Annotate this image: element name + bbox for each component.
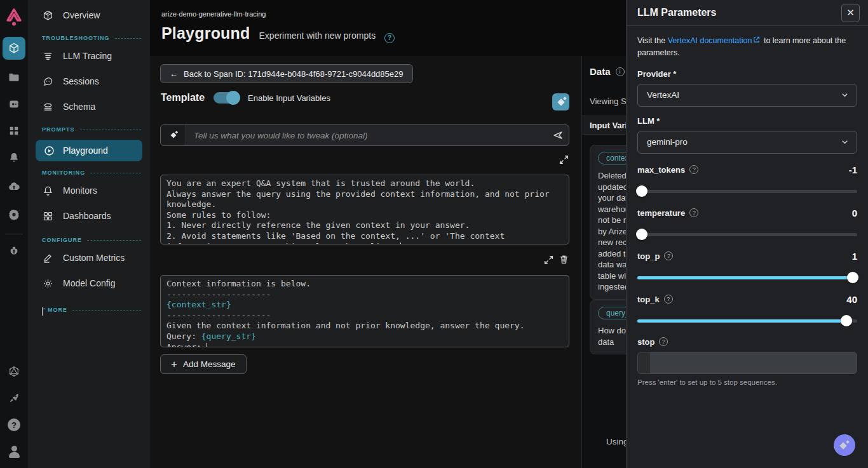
sidebar-item-schema[interactable]: Schema (28, 94, 150, 119)
user-template-textarea[interactable]: Context information is below.-----------… (160, 275, 569, 347)
sidebar-item-label: Playground (63, 145, 108, 156)
vertexai-doc-link[interactable]: VertexAI documentation (668, 36, 762, 45)
sidebar-item-label: Monitors (63, 185, 97, 196)
rail-item-apps[interactable] (3, 119, 25, 142)
top-p-slider[interactable] (637, 272, 857, 283)
max-tokens-slider[interactable] (637, 185, 857, 197)
provider-select[interactable]: VertexAI (637, 84, 857, 107)
viewing-span-label: Viewing S (590, 97, 627, 106)
sidebar-item-custom-metrics[interactable]: Custom Metrics (28, 245, 150, 271)
sidebar-item-dashboards[interactable]: Dashboards (28, 203, 150, 229)
trash-icon[interactable] (559, 254, 569, 265)
rail-item-space[interactable] (3, 37, 25, 60)
param-label: top_p (637, 251, 660, 261)
rail-item-help[interactable]: ? (3, 413, 25, 436)
sidebar-item-overview[interactable]: Overview (28, 4, 150, 27)
sidebar-item-playground[interactable]: Playground (36, 140, 142, 161)
sidebar: Overview TROUBLESHOOTING LLM Tracing Ses… (28, 0, 150, 468)
param-help-icon[interactable]: ? (664, 251, 673, 260)
llm-label: LLM * (637, 116, 857, 126)
rail-item-vault[interactable] (3, 93, 25, 116)
info-icon[interactable]: i (616, 67, 625, 76)
enable-input-variables-toggle[interactable] (214, 92, 239, 104)
ai-sparkle-button[interactable] (552, 93, 569, 110)
back-arrow-icon: ← (170, 69, 178, 79)
stop-input-caret-block (638, 352, 650, 373)
param-help-icon[interactable]: ? (659, 337, 668, 346)
icon-rail: ? (0, 0, 28, 468)
chat-bubble-icon (42, 76, 54, 88)
slider-thumb[interactable] (636, 229, 648, 240)
sidebar-item-label: Sessions (63, 76, 99, 86)
question-icon: ? (8, 418, 20, 431)
page-subtitle: Experiment with new prompts (259, 30, 376, 41)
add-message-button[interactable]: + Add Message (160, 354, 247, 374)
llm-select[interactable]: gemini-pro (637, 131, 857, 154)
monitor-bell-icon (42, 185, 54, 197)
gear-icon (8, 208, 20, 221)
param-top-p: top_p? 1 (637, 251, 857, 283)
sidebar-item-model-config[interactable]: Model Config (28, 271, 150, 296)
param-value: -1 (849, 164, 857, 175)
integration-icon (8, 244, 20, 257)
dashboards-icon (42, 210, 54, 222)
page-title: Playground (161, 24, 250, 43)
slider-thumb[interactable] (841, 315, 852, 326)
rail-item-settings[interactable] (3, 203, 25, 226)
param-label: max_tokens (637, 165, 685, 175)
close-button[interactable]: ✕ (841, 4, 860, 22)
rail-item-projects[interactable] (3, 66, 25, 89)
expand-icon[interactable] (559, 154, 569, 165)
rail-item-launch[interactable] (3, 387, 25, 410)
section-more[interactable]: ⌃ MORE (28, 305, 150, 315)
rail-item-account[interactable] (3, 440, 25, 463)
param-label: temperature (637, 208, 685, 218)
tweak-input[interactable] (186, 131, 547, 140)
copilot-fab-button[interactable] (834, 434, 855, 456)
rail-item-alerts[interactable] (3, 146, 25, 169)
sidebar-item-sessions[interactable]: Sessions (28, 69, 150, 94)
send-icon (553, 130, 563, 140)
param-label: top_k (637, 295, 660, 304)
top-k-slider[interactable] (637, 315, 857, 326)
param-help-icon[interactable]: ? (664, 295, 673, 304)
arize-logo-icon[interactable] (5, 8, 23, 28)
breadcrumb: arize-demo-generative-llm-tracing (161, 10, 266, 18)
help-icon[interactable]: ? (384, 33, 395, 43)
grid-icon (8, 124, 20, 137)
send-button[interactable] (547, 130, 569, 140)
rail-item-upload[interactable] (3, 175, 25, 198)
param-help-icon[interactable]: ? (689, 208, 698, 217)
llm-parameters-panel: LLM Parameters ✕ Visit the VertexAI docu… (626, 0, 868, 468)
back-to-span-button[interactable]: ← Back to Span ID: 171d944e-b048-4f68-97… (160, 64, 413, 83)
slider-thumb[interactable] (636, 185, 648, 197)
param-help-icon[interactable]: ? (689, 165, 698, 174)
toggle-label: Enable Input Variables (248, 93, 330, 103)
stop-sequences-input[interactable] (637, 352, 857, 374)
panel-title: LLM Parameters (637, 7, 717, 18)
cloud-upload-icon (8, 180, 20, 193)
sidebar-item-label: Overview (63, 10, 100, 20)
rail-item-integrations[interactable] (3, 239, 25, 262)
section-monitoring: MONITORING (28, 168, 150, 178)
param-max-tokens: max_tokens? -1 (637, 164, 857, 197)
bell-icon (8, 151, 20, 164)
page-header: arize-demo-generative-llm-tracing Playgr… (150, 0, 626, 56)
param-value: 0 (852, 208, 857, 218)
system-template-textarea[interactable]: You are an expert Q&A system that is tru… (160, 175, 569, 244)
param-value: 40 (846, 294, 857, 305)
provider-label: Provider * (637, 69, 857, 79)
rail-item-graphql[interactable] (3, 360, 25, 383)
person-icon (8, 445, 20, 458)
sidebar-item-llm-tracing[interactable]: LLM Tracing (28, 43, 150, 69)
param-stop: stop? Press 'enter' to set up to 5 stop … (637, 337, 857, 386)
tracing-icon (42, 50, 54, 62)
param-top-k: top_k? 40 (637, 294, 857, 326)
section-prompts: PROMPTS (28, 124, 150, 135)
sidebar-item-monitors[interactable]: Monitors (28, 178, 150, 203)
rail-divider (5, 234, 23, 234)
slider-thumb[interactable] (847, 272, 858, 283)
temperature-slider[interactable] (637, 229, 857, 240)
expand-icon[interactable] (543, 255, 554, 265)
section-troubleshooting: TROUBLESHOOTING (28, 33, 150, 43)
